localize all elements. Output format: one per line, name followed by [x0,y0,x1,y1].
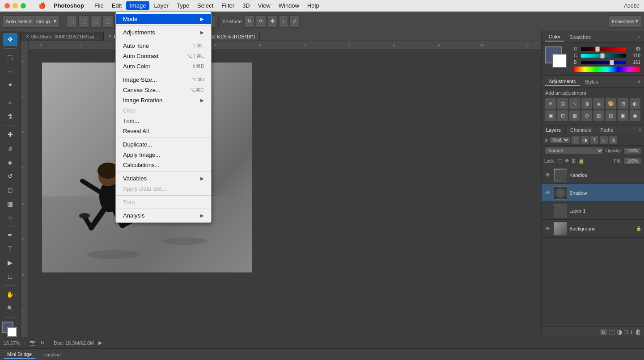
heal-tool[interactable]: ✚ [3,128,17,141]
menu-item-analysis[interactable]: Analysis ▶ [116,210,211,221]
adj-hue-icon[interactable]: 🎨 [606,98,616,109]
layer-visibility-layer1[interactable]: - [544,208,551,214]
help-menu[interactable]: Help [304,1,323,10]
crop-tool[interactable]: ⌗ [3,96,17,109]
move-tool[interactable]: ✥ [3,33,17,46]
menu-item-auto-tone[interactable]: Auto Tone ⇧⌘L [116,41,211,51]
menu-item-variables[interactable]: Variables ▶ [116,173,211,184]
menu-item-crop[interactable]: Crop [116,105,211,116]
adj-photofilter-icon[interactable]: ▣ [545,110,556,121]
r-slider[interactable] [595,46,600,52]
adj-colorlookup-icon[interactable]: ▦ [569,110,580,121]
layers-tab[interactable]: Layers [542,126,566,134]
close-icon-tab2[interactable]: ✕ [108,34,112,39]
menu-item-image-size[interactable]: Image Size... ⌥⌘I [116,75,211,85]
adj-colorbalance-icon[interactable]: ⊞ [618,98,628,109]
layer-filter-adjust[interactable]: ◑ [581,136,589,144]
menu-item-apply-image[interactable]: Apply Image... [116,150,211,160]
adj-bw-icon[interactable]: ◐ [630,98,640,109]
3d-roll-btn[interactable]: ⟳ [256,15,266,28]
type-menu[interactable]: Type [173,1,193,10]
layer-visibility-kandice[interactable]: 👁 [544,172,551,178]
add-layer-button[interactable]: + [630,328,633,335]
filter-menu[interactable]: Filter [218,1,238,10]
background-swatch[interactable] [552,54,567,68]
align-btn-1[interactable]: ⬚ [66,15,77,28]
align-btn-2[interactable]: ⬚ [78,15,89,28]
move-tool-options[interactable]: Auto-Select: Group ▾ [3,15,59,28]
menu-item-duplicate[interactable]: Duplicate... [116,139,211,150]
layer-item-shadow[interactable]: 👁 Shadow [542,184,644,202]
layer-filter-smart[interactable]: ⊞ [609,136,617,144]
3d-scale-btn[interactable]: ⤢ [289,15,300,28]
edit-menu[interactable]: Edit [108,1,125,10]
mini-bridge-tab[interactable]: Mini Bridge [4,351,35,359]
swatches-tab[interactable]: Swatches [566,33,594,41]
zoom-tool[interactable]: 🔍 [3,302,17,315]
lasso-tool[interactable]: ⌓ [3,65,17,78]
color-tab[interactable]: Color [545,33,564,42]
adj-levels-icon[interactable]: ▤ [557,98,568,109]
menu-item-mode[interactable]: Mode ▶ [116,14,211,24]
view-menu[interactable]: View [254,1,274,10]
align-btn-4[interactable]: ⬚ [102,15,113,28]
layer-filter-type[interactable]: T [590,136,598,144]
menu-item-adjustments[interactable]: Adjustments ▶ [116,27,211,38]
adj-vibrance-icon[interactable]: ◈ [593,98,604,109]
type-tool[interactable]: T [3,243,17,255]
opacity-value[interactable]: 100% [623,147,641,154]
align-btn-3[interactable]: ⬚ [90,15,101,28]
path-select-tool[interactable]: ▶ [3,256,17,269]
background-color[interactable] [7,327,17,337]
marquee-tool[interactable]: ⬚ [3,51,17,64]
group-select-dropdown[interactable]: Group [34,18,52,25]
eyedropper-tool[interactable]: ⚗ [3,110,17,123]
3d-menu[interactable]: 3D [239,1,254,10]
3d-slide-btn[interactable]: ↕ [279,15,288,28]
layer-item-layer1[interactable]: - Layer 1 [542,202,644,220]
adj-invert-icon[interactable]: ⊕ [581,110,592,121]
layer-filter-shape[interactable]: □ [600,136,608,144]
adj-threshold-icon[interactable]: ▤ [606,110,616,121]
layer-visibility-background[interactable]: 👁 [544,226,551,232]
color-panel-expand-icon[interactable]: ≡ [638,34,640,39]
fill-value[interactable]: 100% [623,158,641,164]
menu-item-auto-color[interactable]: Auto Color ⇧⌘B [116,61,211,71]
close-icon-tab1[interactable]: ✕ [25,34,29,39]
window-menu[interactable]: Window [275,1,303,10]
clone-tool[interactable]: ◈ [3,155,17,168]
color-spectrum[interactable] [574,67,640,72]
blend-mode-select[interactable]: Normal [544,147,604,155]
layer-item-background[interactable]: 👁 Background 🔒 [542,220,644,238]
adj-selective-color-icon[interactable]: ◉ [630,110,640,121]
eraser-tool[interactable]: ◻ [3,183,17,196]
add-mask-button[interactable]: ⬚ [609,328,615,335]
menu-item-image-rotation[interactable]: Image Rotation ▶ [116,95,211,105]
timeline-tab[interactable]: Timeline [39,351,64,358]
delete-layer-button[interactable]: 🗑 [635,328,641,335]
doc-tab-1[interactable]: ✕ 08-iStock_000011057163Lar... [21,32,103,41]
styles-tab[interactable]: Styles [581,78,602,86]
lock-artboard-icon[interactable]: ⊞ [572,158,576,164]
add-group-button[interactable]: □ [624,328,627,335]
status-arrow-icon[interactable]: ▶ [98,340,102,346]
layer-item-kandice[interactable]: 👁 Kandice [542,166,644,184]
adj-curves-icon[interactable]: ∿ [569,98,580,109]
rectangle-tool[interactable]: □ [3,270,17,283]
layer-filter-pixel[interactable]: ⬚ [572,136,580,144]
channels-tab[interactable]: Channels [566,126,596,134]
adj-exposure-icon[interactable]: ◑ [581,98,592,109]
adjustments-tab[interactable]: Adjustments [545,77,580,86]
lock-all-icon[interactable]: 🔒 [578,158,585,164]
menu-item-calculations[interactable]: Calculations... [116,160,211,170]
3d-pan-btn[interactable]: ✥ [267,15,278,28]
3d-rotate-btn[interactable]: ↻ [244,15,254,28]
quick-select-tool[interactable]: ✦ [3,79,17,92]
c-slider[interactable] [600,53,605,59]
menu-item-canvas-size[interactable]: Canvas Size... ⌥⌘C [116,85,211,95]
menu-item-auto-contrast[interactable]: Auto Contrast ⌥⇧⌘L [116,51,211,61]
pen-tool[interactable]: ✒ [3,229,17,242]
layer-menu[interactable]: Layer [150,1,172,10]
minimize-button[interactable] [13,3,18,8]
photoshop-menu[interactable]: Photoshop [50,1,88,10]
